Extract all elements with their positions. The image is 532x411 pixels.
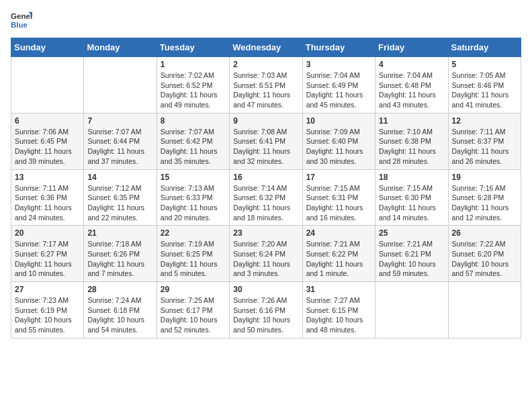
day-info: Sunrise: 7:17 AM Sunset: 6:27 PM Dayligh… (15, 239, 80, 279)
logo: General Blue (11, 11, 32, 32)
calendar-cell: 16Sunrise: 7:14 AM Sunset: 6:32 PM Dayli… (230, 169, 302, 226)
day-number: 5 (452, 60, 517, 69)
calendar-cell: 15Sunrise: 7:13 AM Sunset: 6:33 PM Dayli… (157, 169, 229, 226)
day-info: Sunrise: 7:13 AM Sunset: 6:33 PM Dayligh… (161, 183, 226, 223)
day-number: 12 (452, 116, 517, 126)
calendar-cell: 20Sunrise: 7:17 AM Sunset: 6:27 PM Dayli… (11, 226, 84, 282)
calendar-cell: 3Sunrise: 7:04 AM Sunset: 6:49 PM Daylig… (302, 57, 375, 113)
day-info: Sunrise: 7:23 AM Sunset: 6:19 PM Dayligh… (15, 295, 80, 335)
day-number: 15 (161, 173, 226, 182)
svg-text:Blue: Blue (11, 21, 28, 29)
day-info: Sunrise: 7:18 AM Sunset: 6:26 PM Dayligh… (87, 239, 152, 279)
calendar-cell: 25Sunrise: 7:21 AM Sunset: 6:21 PM Dayli… (375, 226, 448, 282)
day-info: Sunrise: 7:08 AM Sunset: 6:41 PM Dayligh… (233, 127, 298, 167)
day-number: 8 (161, 116, 226, 126)
day-number: 21 (87, 228, 152, 238)
day-number: 30 (233, 285, 298, 294)
day-info: Sunrise: 7:10 AM Sunset: 6:38 PM Dayligh… (379, 127, 444, 167)
day-info: Sunrise: 7:15 AM Sunset: 6:31 PM Dayligh… (306, 183, 371, 223)
calendar-cell: 9Sunrise: 7:08 AM Sunset: 6:41 PM Daylig… (230, 113, 302, 169)
day-number: 6 (15, 116, 80, 126)
day-info: Sunrise: 7:07 AM Sunset: 6:44 PM Dayligh… (87, 127, 152, 167)
day-info: Sunrise: 7:19 AM Sunset: 6:25 PM Dayligh… (161, 239, 226, 279)
day-number: 11 (379, 116, 444, 126)
day-number: 9 (233, 116, 298, 126)
day-info: Sunrise: 7:11 AM Sunset: 6:36 PM Dayligh… (15, 183, 80, 223)
calendar-cell: 13Sunrise: 7:11 AM Sunset: 6:36 PM Dayli… (11, 169, 84, 226)
day-info: Sunrise: 7:06 AM Sunset: 6:45 PM Dayligh… (15, 127, 80, 167)
day-number: 14 (87, 173, 152, 182)
day-number: 27 (15, 285, 80, 294)
day-number: 31 (306, 285, 371, 294)
calendar-cell: 19Sunrise: 7:16 AM Sunset: 6:28 PM Dayli… (448, 169, 521, 226)
calendar-header-saturday: Saturday (448, 38, 521, 57)
calendar-week-row: 1Sunrise: 7:02 AM Sunset: 6:52 PM Daylig… (11, 57, 521, 113)
day-info: Sunrise: 7:12 AM Sunset: 6:35 PM Dayligh… (87, 183, 152, 223)
calendar-cell: 17Sunrise: 7:15 AM Sunset: 6:31 PM Dayli… (302, 169, 375, 226)
calendar-cell: 26Sunrise: 7:22 AM Sunset: 6:20 PM Dayli… (448, 226, 521, 282)
calendar-cell: 30Sunrise: 7:26 AM Sunset: 6:16 PM Dayli… (230, 282, 302, 338)
day-number: 16 (233, 173, 298, 182)
day-info: Sunrise: 7:22 AM Sunset: 6:20 PM Dayligh… (452, 239, 517, 279)
calendar-cell (84, 57, 157, 113)
day-number: 28 (87, 285, 152, 294)
calendar-header-wednesday: Wednesday (230, 38, 302, 57)
day-number: 3 (306, 60, 371, 69)
calendar-header-thursday: Thursday (302, 38, 375, 57)
calendar-cell (448, 282, 521, 338)
calendar-cell: 2Sunrise: 7:03 AM Sunset: 6:51 PM Daylig… (230, 57, 302, 113)
calendar-cell: 14Sunrise: 7:12 AM Sunset: 6:35 PM Dayli… (84, 169, 157, 226)
day-number: 2 (233, 60, 298, 69)
day-info: Sunrise: 7:15 AM Sunset: 6:30 PM Dayligh… (379, 183, 444, 223)
calendar-cell: 12Sunrise: 7:11 AM Sunset: 6:37 PM Dayli… (448, 113, 521, 169)
calendar-cell: 4Sunrise: 7:04 AM Sunset: 6:48 PM Daylig… (375, 57, 448, 113)
calendar-cell: 28Sunrise: 7:24 AM Sunset: 6:18 PM Dayli… (84, 282, 157, 338)
day-number: 25 (379, 228, 444, 238)
day-number: 10 (306, 116, 371, 126)
day-info: Sunrise: 7:02 AM Sunset: 6:52 PM Dayligh… (161, 71, 226, 110)
day-info: Sunrise: 7:24 AM Sunset: 6:18 PM Dayligh… (87, 295, 152, 335)
day-number: 13 (15, 173, 80, 182)
day-info: Sunrise: 7:21 AM Sunset: 6:22 PM Dayligh… (306, 239, 371, 279)
day-number: 18 (379, 173, 444, 182)
day-info: Sunrise: 7:25 AM Sunset: 6:17 PM Dayligh… (161, 295, 226, 335)
day-number: 7 (87, 116, 152, 126)
calendar-cell (375, 282, 448, 338)
logo-icon: General Blue (11, 11, 32, 32)
calendar-week-row: 6Sunrise: 7:06 AM Sunset: 6:45 PM Daylig… (11, 113, 521, 169)
day-info: Sunrise: 7:11 AM Sunset: 6:37 PM Dayligh… (452, 127, 517, 167)
calendar-cell: 22Sunrise: 7:19 AM Sunset: 6:25 PM Dayli… (157, 226, 229, 282)
calendar-cell: 5Sunrise: 7:05 AM Sunset: 6:46 PM Daylig… (448, 57, 521, 113)
calendar-cell: 8Sunrise: 7:07 AM Sunset: 6:42 PM Daylig… (157, 113, 229, 169)
calendar-cell: 18Sunrise: 7:15 AM Sunset: 6:30 PM Dayli… (375, 169, 448, 226)
day-info: Sunrise: 7:14 AM Sunset: 6:32 PM Dayligh… (233, 183, 298, 223)
calendar-cell: 24Sunrise: 7:21 AM Sunset: 6:22 PM Dayli… (302, 226, 375, 282)
calendar-cell: 1Sunrise: 7:02 AM Sunset: 6:52 PM Daylig… (157, 57, 229, 113)
calendar-cell: 27Sunrise: 7:23 AM Sunset: 6:19 PM Dayli… (11, 282, 84, 338)
calendar-week-row: 13Sunrise: 7:11 AM Sunset: 6:36 PM Dayli… (11, 169, 521, 226)
calendar-cell: 11Sunrise: 7:10 AM Sunset: 6:38 PM Dayli… (375, 113, 448, 169)
calendar-cell (11, 57, 84, 113)
day-info: Sunrise: 7:03 AM Sunset: 6:51 PM Dayligh… (233, 71, 298, 110)
calendar-week-row: 20Sunrise: 7:17 AM Sunset: 6:27 PM Dayli… (11, 226, 521, 282)
day-number: 23 (233, 228, 298, 238)
day-info: Sunrise: 7:04 AM Sunset: 6:49 PM Dayligh… (306, 71, 371, 110)
calendar-cell: 31Sunrise: 7:27 AM Sunset: 6:15 PM Dayli… (302, 282, 375, 338)
page-header: General Blue (11, 11, 521, 32)
calendar-cell: 29Sunrise: 7:25 AM Sunset: 6:17 PM Dayli… (157, 282, 229, 338)
day-info: Sunrise: 7:05 AM Sunset: 6:46 PM Dayligh… (452, 71, 517, 110)
day-number: 20 (15, 228, 80, 238)
day-number: 1 (161, 60, 226, 69)
day-info: Sunrise: 7:21 AM Sunset: 6:21 PM Dayligh… (379, 239, 444, 279)
day-number: 22 (161, 228, 226, 238)
calendar-header-sunday: Sunday (11, 38, 84, 57)
calendar-header-row: SundayMondayTuesdayWednesdayThursdayFrid… (11, 38, 521, 57)
calendar-week-row: 27Sunrise: 7:23 AM Sunset: 6:19 PM Dayli… (11, 282, 521, 338)
day-info: Sunrise: 7:07 AM Sunset: 6:42 PM Dayligh… (161, 127, 226, 167)
day-number: 29 (161, 285, 226, 294)
day-info: Sunrise: 7:26 AM Sunset: 6:16 PM Dayligh… (233, 295, 298, 335)
calendar-cell: 23Sunrise: 7:20 AM Sunset: 6:24 PM Dayli… (230, 226, 302, 282)
day-number: 19 (452, 173, 517, 182)
day-info: Sunrise: 7:16 AM Sunset: 6:28 PM Dayligh… (452, 183, 517, 223)
day-info: Sunrise: 7:09 AM Sunset: 6:40 PM Dayligh… (306, 127, 371, 167)
